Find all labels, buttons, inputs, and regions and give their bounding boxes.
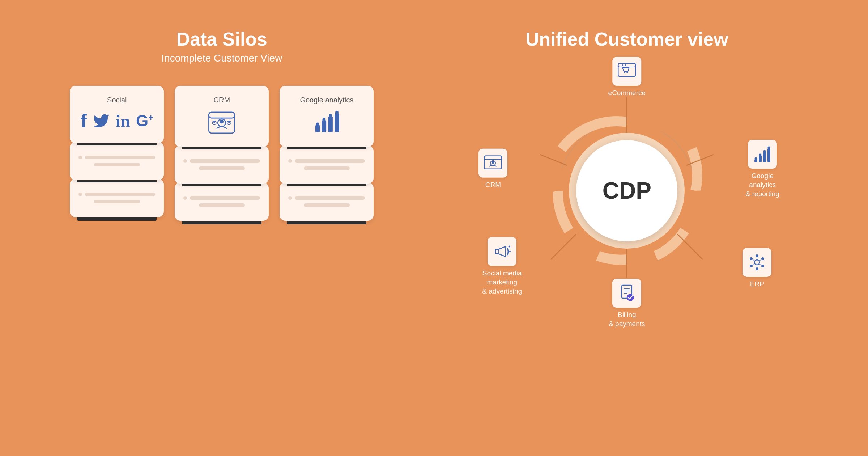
ecommerce-item: eCommerce bbox=[608, 57, 646, 98]
cdp-billing-icon bbox=[612, 279, 641, 308]
dot-line bbox=[85, 156, 155, 159]
svg-point-48 bbox=[761, 265, 764, 267]
placeholder-short-2 bbox=[94, 200, 140, 203]
svg-point-51 bbox=[750, 257, 753, 260]
main-container: Data Silos Incomplete Customer View Soci… bbox=[0, 0, 868, 456]
right-title: Unified Customer view bbox=[526, 29, 728, 50]
dot-2 bbox=[78, 193, 82, 196]
crm-top-card: CRM bbox=[175, 86, 269, 147]
svg-point-39 bbox=[759, 154, 762, 156]
cdp-billing-item: Billing & payments bbox=[609, 279, 645, 328]
ga-mid-card bbox=[280, 145, 374, 184]
ga-dot-2 bbox=[288, 196, 292, 200]
cdp-erp-icon bbox=[743, 248, 771, 277]
svg-point-45 bbox=[754, 260, 760, 265]
svg-point-28 bbox=[624, 72, 625, 73]
svg-point-29 bbox=[626, 72, 628, 73]
svg-point-7 bbox=[228, 121, 230, 123]
social-bot-rows bbox=[78, 189, 155, 207]
crm-bot-card bbox=[175, 182, 269, 221]
cdp-social-item: Social media marketing & advertising bbox=[482, 237, 522, 296]
dot-line-2 bbox=[85, 193, 155, 196]
cdp-billing-label: Billing & payments bbox=[609, 311, 645, 328]
ecommerce-svg bbox=[617, 63, 636, 80]
ga-dot-line-2 bbox=[295, 196, 365, 200]
cdp-crm-label: CRM bbox=[485, 181, 501, 190]
ga-placeholder-short bbox=[304, 166, 350, 170]
analytics-icon bbox=[288, 110, 365, 135]
cdp-social-label: Social media marketing & advertising bbox=[482, 269, 522, 296]
svg-point-5 bbox=[213, 121, 215, 123]
svg-rect-11 bbox=[335, 113, 339, 132]
crm-placeholder-row-1 bbox=[183, 159, 260, 163]
svg-rect-9 bbox=[322, 121, 326, 132]
svg-point-14 bbox=[329, 114, 332, 117]
crm-placeholder-short-2 bbox=[199, 203, 245, 207]
social-bot-card bbox=[70, 179, 164, 217]
svg-point-27 bbox=[625, 64, 626, 66]
ga-bot-rows bbox=[288, 193, 365, 211]
social-mid-rows bbox=[78, 152, 155, 170]
left-subtitle: Incomplete Customer View bbox=[161, 52, 282, 64]
svg-point-26 bbox=[622, 64, 623, 66]
cdp-ga-icon bbox=[748, 140, 777, 169]
analytics-svg bbox=[312, 110, 341, 135]
svg-point-47 bbox=[761, 257, 764, 260]
svg-point-40 bbox=[763, 150, 766, 153]
svg-rect-35 bbox=[759, 156, 762, 162]
right-section: Unified Customer view bbox=[415, 22, 839, 434]
cdp-ga-svg bbox=[753, 145, 772, 163]
crm-placeholder-row-2 bbox=[183, 196, 260, 200]
svg-line-21 bbox=[551, 234, 576, 259]
svg-point-41 bbox=[768, 147, 770, 149]
svg-line-57 bbox=[753, 259, 755, 261]
ga-top-card: Google analytics bbox=[280, 86, 374, 147]
linkedin-icon: in bbox=[116, 111, 130, 131]
cdp-text: CDP bbox=[603, 177, 651, 204]
crm-dot-line-2 bbox=[190, 196, 260, 200]
svg-rect-31 bbox=[484, 156, 502, 160]
cdp-ga-label: Google analytics & reporting bbox=[739, 172, 786, 198]
ga-bot-card bbox=[280, 182, 374, 221]
svg-rect-24 bbox=[618, 63, 635, 76]
crm-placeholder-short bbox=[199, 166, 245, 170]
svg-line-53 bbox=[759, 259, 761, 261]
crm-bot-rows bbox=[183, 193, 260, 211]
svg-line-54 bbox=[759, 264, 761, 265]
crm-dot bbox=[183, 159, 187, 163]
svg-rect-37 bbox=[767, 148, 770, 162]
placeholder-short bbox=[94, 163, 140, 166]
cdp-billing-svg bbox=[617, 284, 636, 302]
social-mid-card bbox=[70, 142, 164, 180]
ga-dot bbox=[288, 159, 292, 163]
left-section: Data Silos Incomplete Customer View Soci… bbox=[29, 22, 415, 434]
crm-dot-line bbox=[190, 159, 260, 163]
ga-placeholder-row-2 bbox=[288, 196, 365, 200]
svg-rect-1 bbox=[209, 112, 235, 118]
svg-rect-8 bbox=[315, 125, 320, 132]
social-icons: f in G+ bbox=[78, 110, 155, 132]
cdp-center: CDP bbox=[576, 140, 677, 241]
cdp-crm-icon bbox=[478, 149, 507, 178]
cdp-erp-label: ERP bbox=[750, 280, 764, 289]
cdp-erp-svg bbox=[748, 254, 766, 271]
crm-mid-rows bbox=[183, 156, 260, 174]
ga-dot-line bbox=[295, 159, 365, 163]
svg-point-33 bbox=[492, 161, 494, 164]
silos-container: Social f in G+ bbox=[70, 86, 374, 222]
ga-silo: Google analytics bbox=[280, 86, 374, 222]
left-title: Data Silos bbox=[176, 29, 267, 50]
ga-placeholder-short-2 bbox=[304, 203, 350, 207]
crm-svg bbox=[207, 110, 236, 135]
twitter-icon bbox=[93, 112, 110, 130]
svg-point-44 bbox=[509, 251, 511, 252]
ga-placeholder-row-1 bbox=[288, 159, 365, 163]
ecommerce-icon bbox=[612, 57, 641, 86]
social-top-card: Social f in G+ bbox=[70, 86, 164, 143]
cdp-erp-item: ERP bbox=[743, 248, 771, 289]
placeholder-dot-row-2 bbox=[78, 193, 155, 196]
svg-point-15 bbox=[335, 111, 339, 114]
ga-mid-rows bbox=[288, 156, 365, 174]
svg-point-49 bbox=[756, 267, 758, 270]
svg-line-56 bbox=[753, 264, 755, 265]
